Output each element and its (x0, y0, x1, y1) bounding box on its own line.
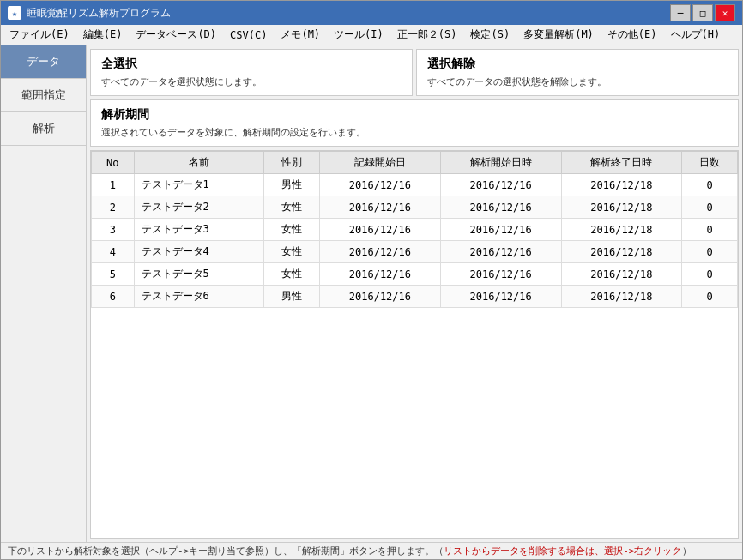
minimize-button[interactable]: ─ (670, 4, 691, 21)
col-record-start: 記録開始日 (320, 152, 441, 174)
table-cell: 2016/12/18 (561, 286, 682, 308)
menu-item-csvc[interactable]: CSV(C) (223, 27, 274, 43)
menu-item-検定s[interactable]: 検定(S) (463, 26, 516, 44)
table-cell: 2016/12/16 (320, 263, 441, 286)
menu-item-正一郎２s[interactable]: 正一郎２(S) (390, 26, 464, 44)
table-cell: 2016/12/16 (440, 196, 561, 219)
action-area: 全選択 すべてのデータを選択状態にします。 選択解除 すべてのデータの選択状態を… (90, 49, 739, 96)
table-cell: テストデータ4 (134, 241, 264, 263)
analysis-period-desc: 選択されているデータを対象に、解析期間の設定を行います。 (101, 126, 728, 139)
menu-item-メモm[interactable]: メモ(M) (274, 26, 327, 44)
table-cell: テストデータ6 (134, 286, 264, 308)
table-row[interactable]: 1テストデータ1男性2016/12/162016/12/162016/12/18… (92, 174, 738, 196)
status-text-middle: ）し、「解析期間」ボタンを押します。（ (264, 545, 444, 557)
title-bar-controls: ─ □ ✕ (670, 4, 735, 21)
table-cell: 0 (682, 286, 738, 308)
menu-bar: ファイル(E)編集(E)データベース(D)CSV(C)メモ(M)ツール(I)正一… (1, 25, 742, 45)
table-cell: 女性 (264, 263, 320, 286)
data-table: No 名前 性別 記録開始日 解析開始日時 解析終了日時 日数 1テストデータ1… (91, 151, 738, 308)
table-cell: 2016/12/18 (561, 196, 682, 219)
table-cell: 3 (92, 219, 135, 241)
table-cell: 2016/12/18 (561, 263, 682, 286)
menu-item-多変量解析m[interactable]: 多変量解析(M) (516, 26, 601, 44)
menu-item-ファイルe[interactable]: ファイル(E) (3, 26, 76, 44)
table-cell: 4 (92, 241, 135, 263)
table-cell: 0 (682, 174, 738, 196)
right-panel: 全選択 すべてのデータを選択状態にします。 選択解除 すべてのデータの選択状態を… (87, 45, 742, 542)
analysis-period-card[interactable]: 解析期間 選択されているデータを対象に、解析期間の設定を行います。 (90, 99, 739, 147)
table-row[interactable]: 6テストデータ6男性2016/12/162016/12/162016/12/18… (92, 286, 738, 308)
status-bar: 下のリストから解析対象を選択（ヘルプ->キー割り当て参照）し、「解析期間」ボタン… (1, 542, 742, 559)
data-table-container: No 名前 性別 記録開始日 解析開始日時 解析終了日時 日数 1テストデータ1… (90, 150, 739, 539)
table-row[interactable]: 4テストデータ4女性2016/12/162016/12/162016/12/18… (92, 241, 738, 263)
table-cell: テストデータ3 (134, 219, 264, 241)
sidebar: データ 範囲指定 解析 (1, 45, 87, 542)
menu-item-その他e[interactable]: その他(E) (601, 26, 664, 44)
table-cell: 男性 (264, 286, 320, 308)
table-cell: 2016/12/16 (440, 286, 561, 308)
table-cell: 2016/12/16 (440, 174, 561, 196)
table-cell: 2016/12/16 (440, 263, 561, 286)
col-analysis-end: 解析終了日時 (561, 152, 682, 174)
analysis-period-title: 解析期間 (101, 107, 728, 123)
table-cell: 2016/12/16 (320, 286, 441, 308)
table-cell: 6 (92, 286, 135, 308)
menu-item-ヘルプh[interactable]: ヘルプ(H) (664, 26, 728, 44)
status-text-before: 下のリストから解析対象を選択（ (8, 545, 149, 557)
table-header-row: No 名前 性別 記録開始日 解析開始日時 解析終了日時 日数 (92, 152, 738, 174)
sidebar-item-analysis[interactable]: 解析 (1, 112, 86, 146)
table-cell: 2016/12/18 (561, 174, 682, 196)
menu-item-データベースd[interactable]: データベース(D) (129, 26, 223, 44)
col-no: No (92, 152, 135, 174)
status-text-after: ） (682, 545, 692, 557)
table-cell: 女性 (264, 196, 320, 219)
table-row[interactable]: 5テストデータ5女性2016/12/162016/12/162016/12/18… (92, 263, 738, 286)
deselect-all-card[interactable]: 選択解除 すべてのデータの選択状態を解除します。 (416, 49, 739, 96)
table-cell: 2016/12/16 (320, 241, 441, 263)
col-analysis-start: 解析開始日時 (440, 152, 561, 174)
table-cell: 0 (682, 241, 738, 263)
close-button[interactable]: ✕ (715, 4, 735, 21)
table-cell: 1 (92, 174, 135, 196)
deselect-all-title: 選択解除 (427, 57, 728, 72)
status-text-help: ヘルプ->キー割り当て参照 (149, 545, 264, 557)
sidebar-item-range[interactable]: 範囲指定 (1, 79, 86, 112)
table-cell: 女性 (264, 241, 320, 263)
table-row[interactable]: 2テストデータ2女性2016/12/162016/12/162016/12/18… (92, 196, 738, 219)
table-row[interactable]: 3テストデータ3女性2016/12/162016/12/162016/12/18… (92, 219, 738, 241)
col-days: 日数 (682, 152, 738, 174)
table-cell: 2 (92, 196, 135, 219)
table-cell: 0 (682, 219, 738, 241)
window-title: 睡眠覚醒リズム解析プログラム (27, 6, 171, 21)
select-all-desc: すべてのデータを選択状態にします。 (101, 75, 402, 88)
main-window: ★ 睡眠覚醒リズム解析プログラム ─ □ ✕ ファイル(E)編集(E)データベー… (0, 0, 743, 560)
table-cell: テストデータ2 (134, 196, 264, 219)
table-cell: テストデータ5 (134, 263, 264, 286)
app-icon: ★ (8, 6, 21, 20)
table-cell: 2016/12/16 (320, 174, 441, 196)
menu-item-ツールi[interactable]: ツール(I) (327, 26, 390, 44)
col-name: 名前 (134, 152, 264, 174)
maximize-button[interactable]: □ (692, 4, 713, 21)
title-bar-left: ★ 睡眠覚醒リズム解析プログラム (8, 6, 171, 21)
select-all-title: 全選択 (101, 57, 402, 72)
table-cell: 2016/12/18 (561, 219, 682, 241)
deselect-all-desc: すべてのデータの選択状態を解除します。 (427, 75, 728, 88)
table-cell: 女性 (264, 219, 320, 241)
table-cell: 男性 (264, 174, 320, 196)
table-cell: 2016/12/16 (320, 196, 441, 219)
main-content: データ 範囲指定 解析 全選択 すべてのデータを選択状態にします。 選択解除 す… (1, 45, 742, 542)
menu-item-編集e[interactable]: 編集(E) (76, 26, 130, 44)
table-cell: 2016/12/16 (440, 241, 561, 263)
table-cell: 0 (682, 196, 738, 219)
table-cell: 0 (682, 263, 738, 286)
col-gender: 性別 (264, 152, 320, 174)
status-text-highlight: リストからデータを削除する場合は、選択->右クリック (444, 545, 681, 557)
select-all-card[interactable]: 全選択 すべてのデータを選択状態にします。 (90, 49, 413, 96)
table-cell: テストデータ1 (134, 174, 264, 196)
table-cell: 5 (92, 263, 135, 286)
sidebar-item-data[interactable]: データ (1, 45, 86, 79)
table-cell: 2016/12/18 (561, 241, 682, 263)
title-bar: ★ 睡眠覚醒リズム解析プログラム ─ □ ✕ (1, 1, 742, 25)
table-cell: 2016/12/16 (440, 219, 561, 241)
